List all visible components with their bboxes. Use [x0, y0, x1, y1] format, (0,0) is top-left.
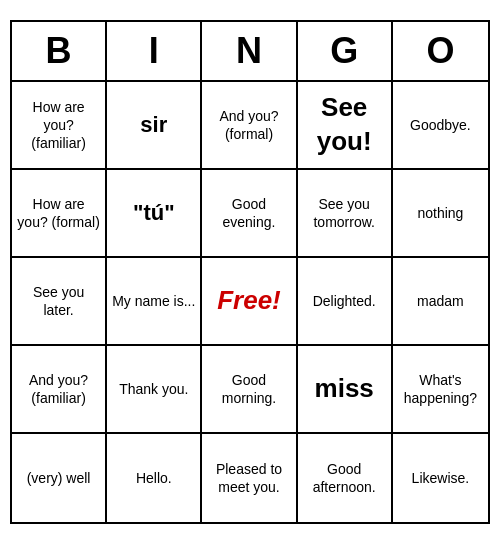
- bingo-cell-5: How are you? (formal): [12, 170, 107, 258]
- bingo-card: BINGO How are you? (familiar)sirAnd you?…: [10, 20, 490, 524]
- bingo-cell-1: sir: [107, 82, 202, 170]
- bingo-cell-7: Good evening.: [202, 170, 297, 258]
- bingo-grid: How are you? (familiar)sirAnd you? (form…: [12, 82, 488, 522]
- bingo-cell-19: What's happening?: [393, 346, 488, 434]
- bingo-cell-8: See you tomorrow.: [298, 170, 393, 258]
- bingo-cell-9: nothing: [393, 170, 488, 258]
- bingo-cell-24: Likewise.: [393, 434, 488, 522]
- bingo-cell-0: How are you? (familiar): [12, 82, 107, 170]
- bingo-cell-13: Delighted.: [298, 258, 393, 346]
- bingo-cell-11: My name is...: [107, 258, 202, 346]
- bingo-header-o: O: [393, 22, 488, 80]
- bingo-cell-10: See you later.: [12, 258, 107, 346]
- bingo-cell-18: miss: [298, 346, 393, 434]
- bingo-cell-2: And you? (formal): [202, 82, 297, 170]
- bingo-header-n: N: [202, 22, 297, 80]
- bingo-cell-23: Good afternoon.: [298, 434, 393, 522]
- bingo-cell-12: Free!: [202, 258, 297, 346]
- bingo-cell-14: madam: [393, 258, 488, 346]
- bingo-header-g: G: [298, 22, 393, 80]
- bingo-cell-4: Goodbye.: [393, 82, 488, 170]
- bingo-header: BINGO: [12, 22, 488, 82]
- bingo-cell-21: Hello.: [107, 434, 202, 522]
- bingo-cell-15: And you? (familiar): [12, 346, 107, 434]
- bingo-cell-3: See you!: [298, 82, 393, 170]
- bingo-cell-6: "tú": [107, 170, 202, 258]
- bingo-cell-17: Good morning.: [202, 346, 297, 434]
- bingo-header-i: I: [107, 22, 202, 80]
- bingo-cell-22: Pleased to meet you.: [202, 434, 297, 522]
- bingo-header-b: B: [12, 22, 107, 80]
- bingo-cell-20: (very) well: [12, 434, 107, 522]
- bingo-cell-16: Thank you.: [107, 346, 202, 434]
